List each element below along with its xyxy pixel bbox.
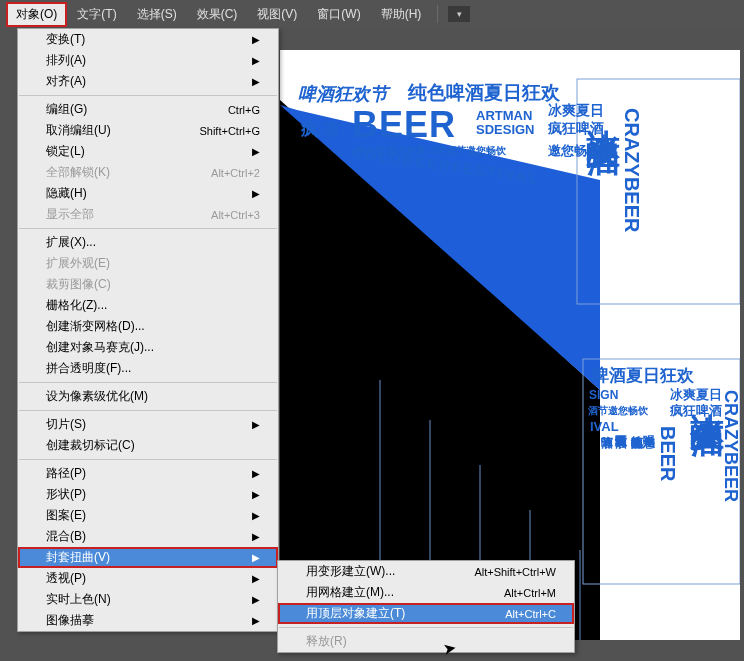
menu-label: 创建裁切标记(C) xyxy=(46,437,135,454)
menu-shortcut: Alt+Shift+Ctrl+W xyxy=(474,566,556,578)
menu-label: 拼合透明度(F)... xyxy=(46,360,131,377)
art-v2: CRAZYBEER xyxy=(620,108,643,232)
menu-label: 封套扭曲(V) xyxy=(46,549,110,566)
menu-item[interactable]: 隐藏(H)▶ xyxy=(18,183,278,204)
art-sub2: SDESIGN xyxy=(476,122,535,137)
chevron-right-icon: ▶ xyxy=(252,55,260,66)
menu-item[interactable]: 创建对象马赛克(J)... xyxy=(18,337,278,358)
menu-item[interactable]: 封套扭曲(V)▶ xyxy=(18,547,278,568)
menubar-item-3[interactable]: 效果(C) xyxy=(187,2,248,27)
submenu-item[interactable]: 用网格建立(M)...Alt+Ctrl+M xyxy=(278,582,574,603)
menu-label: 扩展外观(E) xyxy=(46,255,110,272)
menu-label: 对齐(A) xyxy=(46,73,86,90)
menubar-item-0[interactable]: 对象(O) xyxy=(6,2,67,27)
submenu-item[interactable]: 用变形建立(W)...Alt+Shift+Ctrl+W xyxy=(278,561,574,582)
menu-label: 创建对象马赛克(J)... xyxy=(46,339,154,356)
menu-label: 设为像素级优化(M) xyxy=(46,388,148,405)
menu-item: 全部解锁(K)Alt+Ctrl+2 xyxy=(18,162,278,183)
menu-item[interactable]: 形状(P)▶ xyxy=(18,484,278,505)
menubar-item-4[interactable]: 视图(V) xyxy=(247,2,307,27)
menu-label: 裁剪图像(C) xyxy=(46,276,111,293)
envelope-distort-submenu[interactable]: 用变形建立(W)...Alt+Shift+Ctrl+W用网格建立(M)...Al… xyxy=(277,560,575,653)
menu-item[interactable]: 图案(E)▶ xyxy=(18,505,278,526)
menu-label: 路径(P) xyxy=(46,465,86,482)
menu-label: 混合(B) xyxy=(46,528,86,545)
chevron-right-icon: ▶ xyxy=(252,531,260,542)
menubar: 对象(O)文字(T)选择(S)效果(C)视图(V)窗口(W)帮助(H) ▾ xyxy=(0,0,744,28)
menu-item[interactable]: 创建裁切标记(C) xyxy=(18,435,278,456)
menu-item[interactable]: 图像描摹▶ xyxy=(18,610,278,631)
menu-item[interactable]: 编组(G)Ctrl+G xyxy=(18,99,278,120)
menubar-item-5[interactable]: 窗口(W) xyxy=(307,2,370,27)
menubar-divider xyxy=(437,5,438,23)
menu-label: 显示全部 xyxy=(46,206,94,223)
menu-separator xyxy=(19,228,277,229)
menu-shortcut: Alt+Ctrl+C xyxy=(505,608,556,620)
menu-item[interactable]: 设为像素级优化(M) xyxy=(18,386,278,407)
menu-item[interactable]: 栅格化(Z)... xyxy=(18,295,278,316)
menu-label: 编组(G) xyxy=(46,101,87,118)
art-tag1: 纯色啤酒夏日狂欢 xyxy=(408,80,560,106)
menu-item: 显示全部Alt+Ctrl+3 xyxy=(18,204,278,225)
menu-separator xyxy=(279,627,573,628)
submenu-item[interactable]: 用顶层对象建立(T)Alt+Ctrl+C xyxy=(278,603,574,624)
menu-label: 图案(E) xyxy=(46,507,86,524)
menu-label: 锁定(L) xyxy=(46,143,85,160)
menu-item[interactable]: 锁定(L)▶ xyxy=(18,141,278,162)
menu-item[interactable]: 扩展(X)... xyxy=(18,232,278,253)
menu-item[interactable]: 透视(P)▶ xyxy=(18,568,278,589)
menu-label: 取消编组(U) xyxy=(46,122,111,139)
menu-separator xyxy=(19,459,277,460)
art-beer: BEER xyxy=(352,104,456,146)
menu-label: 扩展(X)... xyxy=(46,234,96,251)
menu-item[interactable]: 切片(S)▶ xyxy=(18,414,278,435)
doc-arrange-icon[interactable]: ▾ xyxy=(448,6,470,22)
chevron-right-icon: ▶ xyxy=(252,573,260,584)
menu-item[interactable]: 实时上色(N)▶ xyxy=(18,589,278,610)
menu-shortcut: Alt+Ctrl+3 xyxy=(211,209,260,221)
chevron-right-icon: ▶ xyxy=(252,615,260,626)
menu-separator xyxy=(19,410,277,411)
menu-label: 释放(R) xyxy=(306,633,347,650)
menu-label: 透视(P) xyxy=(46,570,86,587)
menu-item[interactable]: 拼合透明度(F)... xyxy=(18,358,278,379)
menubar-item-1[interactable]: 文字(T) xyxy=(67,2,126,27)
object-menu[interactable]: 变换(T)▶排列(A)▶对齐(A)▶编组(G)Ctrl+G取消编组(U)Shif… xyxy=(17,28,279,632)
menubar-item-2[interactable]: 选择(S) xyxy=(127,2,187,27)
chevron-right-icon: ▶ xyxy=(252,468,260,479)
chevron-right-icon: ▶ xyxy=(252,188,260,199)
menu-item[interactable]: 路径(P)▶ xyxy=(18,463,278,484)
menu-shortcut: Alt+Ctrl+2 xyxy=(211,167,260,179)
menu-separator xyxy=(19,95,277,96)
menu-separator xyxy=(19,382,277,383)
artwork-area: 啤酒狂欢节 纯色啤酒夏日狂欢 BEER ARTMAN SDESIGN 疯 凉 冰… xyxy=(280,50,740,640)
canvas: 啤酒狂欢节 纯色啤酒夏日狂欢 BEER ARTMAN SDESIGN 疯 凉 冰… xyxy=(280,50,740,640)
menu-label: 变换(T) xyxy=(46,31,85,48)
chevron-right-icon: ▶ xyxy=(252,34,260,45)
menu-shortcut: Alt+Ctrl+M xyxy=(504,587,556,599)
menu-shortcut: Shift+Ctrl+G xyxy=(199,125,260,137)
art-cn2: 疯狂啤酒 xyxy=(548,120,604,138)
menu-label: 切片(S) xyxy=(46,416,86,433)
menu-label: 用变形建立(W)... xyxy=(306,563,395,580)
chevron-right-icon: ▶ xyxy=(252,76,260,87)
menu-item[interactable]: 混合(B)▶ xyxy=(18,526,278,547)
menu-item[interactable]: 变换(T)▶ xyxy=(18,29,278,50)
art-sub1: ARTMAN xyxy=(476,108,532,123)
menu-label: 创建渐变网格(D)... xyxy=(46,318,145,335)
menu-label: 排列(A) xyxy=(46,52,86,69)
menu-item[interactable]: 创建渐变网格(D)... xyxy=(18,316,278,337)
menu-item[interactable]: 排列(A)▶ xyxy=(18,50,278,71)
menu-item: 扩展外观(E) xyxy=(18,253,278,274)
chevron-right-icon: ▶ xyxy=(252,489,260,500)
menu-item[interactable]: 取消编组(U)Shift+Ctrl+G xyxy=(18,120,278,141)
chevron-right-icon: ▶ xyxy=(252,146,260,157)
menubar-item-6[interactable]: 帮助(H) xyxy=(371,2,432,27)
art-side: 啤酒夏日狂欢 xyxy=(592,364,694,387)
menu-item[interactable]: 对齐(A)▶ xyxy=(18,71,278,92)
menu-label: 用顶层对象建立(T) xyxy=(306,605,405,622)
menu-label: 形状(P) xyxy=(46,486,86,503)
submenu-item: 释放(R) xyxy=(278,631,574,652)
menu-item: 裁剪图像(C) xyxy=(18,274,278,295)
chevron-right-icon: ▶ xyxy=(252,510,260,521)
